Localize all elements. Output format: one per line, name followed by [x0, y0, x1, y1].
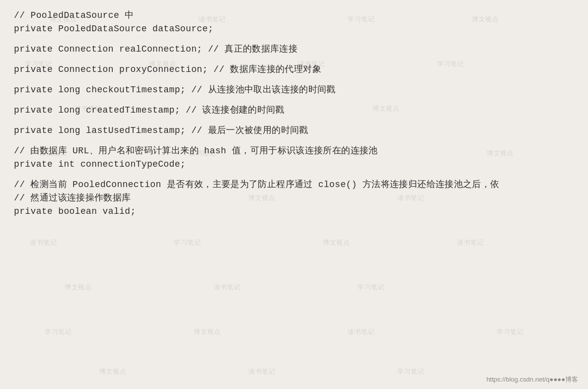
- code-empty-line: [14, 117, 574, 124]
- code-line-line18: // 然通过该连接操作数据库: [14, 192, 574, 205]
- code-empty-line: [14, 56, 574, 63]
- code-empty-line: [14, 97, 574, 104]
- code-line-line14: // 由数据库 URL、用户名和密码计算出来的 hash 值，可用于标识该连接所…: [14, 144, 574, 158]
- footer-url: https://blog.csdn.net/q●●●●博客: [486, 376, 578, 383]
- code-empty-line: [14, 76, 574, 83]
- footer-link[interactable]: https://blog.csdn.net/q●●●●博客: [486, 375, 578, 384]
- code-block: // PooledDataSource 中private PooledDataS…: [14, 9, 574, 380]
- code-empty-line: [14, 36, 574, 43]
- code-line-line2: private PooledDataSource dataSource;: [14, 22, 574, 36]
- code-line-line1: // PooledDataSource 中: [14, 9, 574, 22]
- code-line-line12: private long lastUsedTimestamp; // 最后一次被…: [14, 124, 574, 137]
- code-line-line10: private long createdTimestamp; // 该连接创建的…: [14, 104, 574, 117]
- code-line-line19: private boolean valid;: [14, 205, 574, 218]
- code-line-line17: // 检测当前 PooledConnection 是否有效，主要是为了防止程序通…: [14, 178, 574, 192]
- code-line-line4: private Connection realConnection; // 真正…: [14, 43, 574, 56]
- code-container: 博文视点读书笔记学习笔记博文视点学习笔记博文视点读书笔记学习笔记读书笔记学习笔记…: [0, 0, 588, 389]
- code-line-line6: private Connection proxyConnection; // 数…: [14, 63, 574, 76]
- code-line-line15: private int connectionTypeCode;: [14, 158, 574, 171]
- code-line-line8: private long checkoutTimestamp; // 从连接池中…: [14, 83, 574, 97]
- code-empty-line: [14, 137, 574, 144]
- code-empty-line: [14, 171, 574, 178]
